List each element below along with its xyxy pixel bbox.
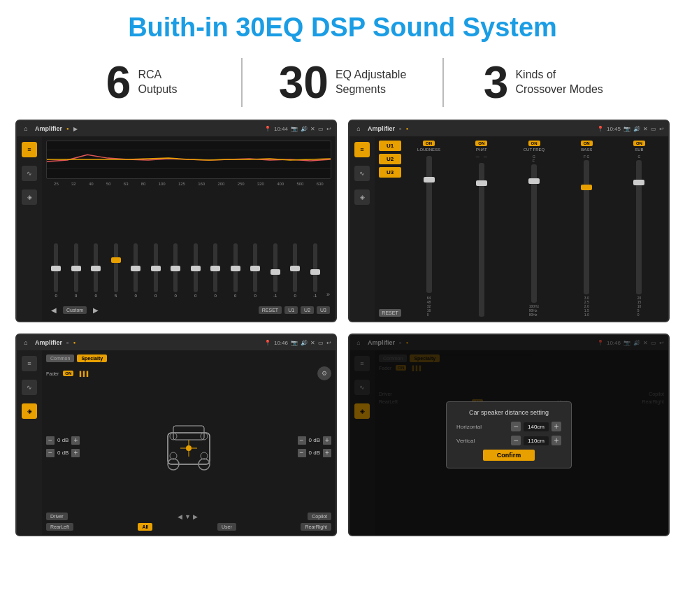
eq-prev-btn[interactable]: ◀ bbox=[48, 305, 60, 315]
fader-user-btn[interactable]: User bbox=[217, 523, 236, 531]
fader-bars: ▐▐▐ bbox=[78, 371, 88, 376]
fader-rearleft-btn[interactable]: RearLeft bbox=[46, 523, 73, 531]
freq-63: 63 bbox=[124, 182, 129, 186]
stat-rca: 6 RCA Outputs bbox=[42, 60, 241, 105]
vertical-minus-btn[interactable]: − bbox=[511, 436, 521, 445]
db-minus-4[interactable]: − bbox=[298, 449, 306, 457]
vertical-plus-btn[interactable]: + bbox=[551, 436, 561, 445]
phat-slider[interactable] bbox=[479, 163, 484, 317]
eq-track-11[interactable] bbox=[253, 243, 257, 292]
screens-grid: ⌂ Amplifier ● ▶ 📍 10:44 📷 🔊 ✕ ▭ ↩ ≡ ∿ ◈ bbox=[0, 120, 685, 536]
eq-track-13[interactable] bbox=[293, 243, 297, 292]
sub-slider[interactable] bbox=[636, 160, 642, 294]
db-minus-3[interactable]: − bbox=[298, 436, 306, 445]
eq-u2-btn[interactable]: U2 bbox=[301, 306, 314, 314]
eq-thumb-1[interactable] bbox=[51, 266, 61, 271]
tab-specialty[interactable]: Specialty bbox=[77, 354, 107, 362]
eq-thumb-4[interactable] bbox=[111, 257, 121, 263]
loudness-thumb[interactable] bbox=[424, 177, 435, 182]
horizontal-minus-btn[interactable]: − bbox=[511, 422, 521, 431]
eq-u1-btn[interactable]: U1 bbox=[284, 306, 298, 314]
amp-reset-btn[interactable]: RESET bbox=[379, 309, 401, 317]
eq-track-5[interactable] bbox=[134, 243, 138, 292]
sub-thumb[interactable] bbox=[633, 180, 644, 185]
eq-u3-btn[interactable]: U3 bbox=[317, 306, 330, 314]
amp-sidebar-icon1[interactable]: ≡ bbox=[354, 142, 370, 157]
db-plus-3[interactable]: + bbox=[323, 436, 331, 445]
eq-thumb-12[interactable] bbox=[271, 269, 280, 275]
amp-sidebar-icon3[interactable]: ◈ bbox=[354, 189, 370, 205]
freq-630: 630 bbox=[317, 182, 324, 186]
dialog-horizontal-row: Horizontal − 140cm + bbox=[456, 422, 561, 431]
eq-track-8[interactable] bbox=[194, 243, 198, 292]
cutfreq-thumb[interactable] bbox=[528, 178, 540, 184]
bass-label: BASS bbox=[581, 148, 592, 152]
bass-thumb[interactable] bbox=[581, 185, 592, 190]
fader-all-btn[interactable]: All bbox=[138, 523, 152, 531]
eq-track-1[interactable] bbox=[54, 243, 58, 292]
eq-thumb-2[interactable] bbox=[71, 266, 81, 271]
eq-thumb-5[interactable] bbox=[131, 266, 140, 271]
sub-on-badge: ON bbox=[633, 141, 645, 146]
eq-sidebar-icon2[interactable]: ∿ bbox=[22, 166, 37, 181]
eq-track-2[interactable] bbox=[74, 243, 78, 292]
db-minus-1[interactable]: − bbox=[46, 436, 55, 445]
amp-sidebar-icon2[interactable]: ∿ bbox=[354, 166, 370, 181]
eq-sl-10: 0 bbox=[227, 243, 245, 298]
left-arrow-icon[interactable]: ◀ bbox=[178, 513, 182, 520]
down-arrow-icon[interactable]: ▼ bbox=[185, 513, 191, 520]
horizontal-plus-btn[interactable]: + bbox=[551, 422, 561, 431]
eq-sidebar-icon1[interactable]: ≡ bbox=[22, 142, 37, 157]
eq-track-4[interactable] bbox=[114, 243, 118, 292]
fader-rearright-btn[interactable]: RearRight bbox=[301, 523, 331, 531]
eq-track-6[interactable] bbox=[154, 243, 158, 292]
fader-sidebar-icon3[interactable]: ◈ bbox=[22, 403, 37, 419]
eq-thumb-6[interactable] bbox=[151, 266, 161, 271]
eq-thumb-10[interactable] bbox=[231, 266, 240, 271]
tab-common[interactable]: Common bbox=[46, 354, 74, 362]
dialog-vertical-row: Vertical − 110cm + bbox=[456, 436, 561, 445]
eq-thumb-13[interactable] bbox=[290, 266, 300, 271]
eq-thumb-8[interactable] bbox=[191, 266, 201, 271]
eq-sidebar-icon3[interactable]: ◈ bbox=[22, 189, 37, 205]
confirm-button[interactable]: Confirm bbox=[483, 450, 535, 461]
right-arrow-icon[interactable]: ▶ bbox=[193, 513, 198, 520]
fader-screen: ⌂ Amplifier ■ ● 📍 10:46 📷 🔊 ✕ ▭ ↩ ≡ ∿ ◈ bbox=[15, 334, 337, 536]
eq-next-btn[interactable]: ▶ bbox=[89, 305, 102, 315]
eq-thumb-9[interactable] bbox=[210, 266, 220, 271]
db-plus-4[interactable]: + bbox=[323, 449, 331, 457]
eq-dot: ● bbox=[66, 127, 69, 131]
cutfreq-slider[interactable] bbox=[531, 164, 537, 303]
fader-sidebar-icon1[interactable]: ≡ bbox=[22, 356, 37, 371]
eq-track-14[interactable] bbox=[313, 243, 317, 292]
eq-track-10[interactable] bbox=[233, 243, 238, 292]
db-plus-1[interactable]: + bbox=[71, 436, 80, 445]
eq-track-12[interactable] bbox=[273, 243, 277, 292]
settings-icon[interactable]: ⚙ bbox=[317, 366, 331, 380]
amp-u3-btn[interactable]: U3 bbox=[379, 167, 401, 178]
eq-reset-btn[interactable]: RESET bbox=[259, 306, 282, 314]
eq-track-7[interactable] bbox=[173, 243, 178, 292]
fader-driver-btn[interactable]: Driver bbox=[46, 513, 68, 520]
eq-thumb-11[interactable] bbox=[250, 266, 260, 271]
amp-topbar: ⌂ Amplifier ■ ● 📍 10:45 📷 🔊 ✕ ▭ ↩ bbox=[349, 121, 668, 136]
bass-slider[interactable] bbox=[584, 160, 589, 294]
loudness-slider[interactable] bbox=[426, 156, 432, 293]
eq-track-3[interactable] bbox=[94, 243, 98, 292]
phat-thumb[interactable] bbox=[476, 180, 487, 186]
amp-ch-sub: ON SUB G 20151050 bbox=[614, 141, 664, 317]
eq-sl-4: 5 bbox=[108, 243, 125, 298]
db-minus-2[interactable]: − bbox=[46, 449, 55, 457]
eq-thumb-14[interactable] bbox=[310, 269, 320, 275]
db-plus-2[interactable]: + bbox=[71, 449, 80, 457]
fader-content: ≡ ∿ ◈ Common Specialty Fader ON ▐▐▐ ⚙ bbox=[17, 350, 336, 535]
eq-thumb-7[interactable] bbox=[171, 266, 180, 271]
fader-sidebar-icon2[interactable]: ∿ bbox=[22, 380, 37, 395]
freq-125: 125 bbox=[178, 182, 185, 186]
amp-u1-btn[interactable]: U1 bbox=[379, 141, 401, 151]
amp-u2-btn[interactable]: U2 bbox=[379, 154, 401, 164]
eq-track-9[interactable] bbox=[213, 243, 217, 292]
eq-thumb-3[interactable] bbox=[91, 266, 101, 271]
fader-copilot-btn[interactable]: Copilot bbox=[308, 513, 331, 520]
fader-arrows: ◀ ▼ ▶ bbox=[178, 513, 198, 520]
